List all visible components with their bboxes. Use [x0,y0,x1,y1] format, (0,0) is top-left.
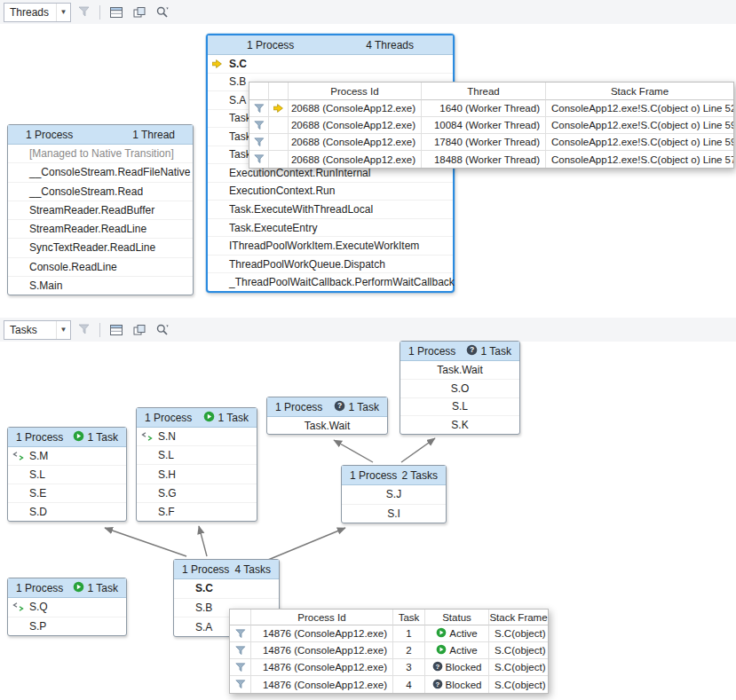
stack-frame[interactable]: S.J [342,485,446,505]
process-id-cell[interactable]: 14876 (ConsoleApp12.exe) [251,676,393,693]
stack-frame-cell[interactable]: ConsoleApp12.exe!S.C(object o) Line 57 [546,151,733,168]
thread-cell[interactable]: 10084 (Worker Thread) [422,117,546,134]
task-id-cell[interactable]: 4 [393,676,425,693]
svg-text:?: ? [435,680,439,688]
flag-icon[interactable] [249,134,269,151]
status-cell[interactable]: Active [425,642,489,659]
stack-frame[interactable]: S.I [342,505,446,523]
stack-frame[interactable]: S.Main [8,277,193,295]
stack-frame[interactable]: ThreadPoolWorkQueue.Dispatch [208,256,453,274]
stack-frame[interactable]: S.H [137,465,257,484]
task-stack-box-running-center[interactable]: 1 Process 1 Task S.N S.L S.H S.G S.F [136,407,257,522]
stack-frame[interactable]: Task.ExecuteWithThreadLocal [208,201,453,219]
show-only-flagged-icon[interactable] [74,320,94,340]
flag-icon[interactable] [249,151,269,168]
flag-icon[interactable] [249,117,269,134]
auto-scroll-icon[interactable] [129,320,149,340]
task-stack-box-two-tasks[interactable]: 1 Process 2 Tasks S.J S.I [341,465,447,523]
stack-frame[interactable]: StreamReader.ReadLine [8,220,193,239]
stack-frame-cell[interactable]: ConsoleApp12.exe!S.C(object o) Line 59 [546,134,733,151]
stack-frame[interactable]: Task.ExecuteEntry [208,219,453,238]
svg-text:?: ? [435,663,439,671]
task-count-label: 1 Task [88,582,118,594]
stack-frame-cell[interactable]: ConsoleApp12.exe!S.C(object o) Line 59 [546,117,733,134]
stack-frame[interactable]: Task.Wait [267,417,387,434]
thread-cell[interactable]: 17840 (Worker Thread) [422,134,546,151]
thread-cell[interactable]: 1640 (Worker Thread) [422,100,546,117]
tasks-tooltip-table: Process Id Task Status Stack Frame 14876… [229,609,549,694]
stack-frame-cell[interactable]: S.C(object) [489,659,548,676]
stack-frame[interactable]: S.L [400,398,519,417]
task-stack-box-running-left[interactable]: 1 Process 1 Task S.M S.L S.E S.D [7,427,127,522]
flag-icon[interactable] [230,676,251,693]
process-id-cell[interactable]: 14876 (ConsoleApp12.exe) [251,625,393,642]
stack-frame-cell[interactable]: S.C(object) [489,676,548,693]
stack-frame[interactable]: S.N [137,428,257,446]
toggle-zoom-icon[interactable] [152,320,172,340]
stack-frame[interactable]: [Managed to Native Transition] [8,145,193,163]
task-stack-box-blocked-mid[interactable]: 1 Process ? 1 Task Task.Wait [266,397,388,435]
flag-icon[interactable] [230,625,251,642]
stack-frame-label: S.E [29,487,46,499]
stack-frame[interactable]: S.P [8,617,126,636]
stack-frame[interactable]: _ThreadPoolWaitCallback.PerformWaitCallb… [208,273,453,291]
task-id-cell[interactable]: 3 [393,659,425,676]
stack-frame[interactable]: SyncTextReader.ReadLine [8,239,193,257]
stack-frame[interactable]: S.C [174,579,279,599]
process-id-cell[interactable]: 14876 (ConsoleApp12.exe) [251,659,393,676]
toggle-method-view-icon[interactable] [106,3,126,22]
stack-frame[interactable]: S.C [208,55,453,74]
task-count-label: 2 Tasks [402,469,438,482]
toggle-zoom-icon[interactable] [152,3,172,22]
stack-frame-label: S.A [195,621,212,633]
tasks-view-selector[interactable]: Tasks ▼ [4,320,71,340]
status-cell[interactable]: ? Blocked [425,676,489,693]
process-id-cell[interactable]: 20688 (ConsoleApp12.exe) [289,100,422,117]
flag-icon[interactable] [249,100,269,117]
stack-frame[interactable]: S.E [8,484,126,503]
toggle-method-view-icon[interactable] [106,320,126,340]
stack-frame[interactable]: ExecutionContext.Run [208,183,453,201]
task-stack-box-running-bottom-left[interactable]: 1 Process 1 Task S.Q S.P [7,578,127,636]
auto-scroll-icon[interactable] [129,3,149,22]
stack-frame[interactable]: S.G [137,484,257,503]
stack-frame[interactable]: Task.Wait [400,361,519,380]
stack-frame[interactable]: __ConsoleStream.Read [8,183,193,201]
flag-icon[interactable] [230,659,251,676]
stack-frame[interactable]: StreamReader.ReadBuffer [8,201,193,220]
show-only-flagged-icon[interactable] [74,3,94,22]
stack-frame[interactable]: S.O [400,380,519,398]
thread-cell[interactable]: 18488 (Worker Thread) [422,151,546,168]
task-id-cell[interactable]: 2 [393,642,425,659]
status-cell[interactable]: ? Blocked [425,659,489,676]
stack-frame-cell[interactable]: ConsoleApp12.exe!S.C(object o) Line 52 [546,100,733,117]
stack-frame[interactable]: S.D [8,503,126,521]
stack-frame[interactable]: Console.ReadLine [8,258,193,277]
threads-view-selector[interactable]: Threads ▼ [4,3,71,22]
stack-frame[interactable]: S.L [8,466,126,484]
tasks-toolbar: Tasks ▼ [0,318,736,342]
stack-frame[interactable]: __ConsoleStream.ReadFileNative [8,163,193,182]
task-id-cell[interactable]: 1 [393,625,425,642]
process-id-cell[interactable]: 20688 (ConsoleApp12.exe) [289,151,422,168]
status-cell[interactable]: Active [425,625,489,642]
stack-frame[interactable]: IThreadPoolWorkItem.ExecuteWorkItem [208,237,453,256]
task-stack-box-blocked-right[interactable]: 1 Process ? 1 Task Task.Wait S.O S.L S.K [400,341,520,435]
stack-frame[interactable]: S.L [137,446,257,465]
stack-frame-label: StreamReader.ReadLine [29,223,146,235]
thread-stack-box-main[interactable]: 1 Process 1 Thread [Managed to Native Tr… [7,124,194,295]
stack-frame[interactable]: S.F [137,503,257,521]
stack-frame-label: S.C [229,58,247,70]
thread-count-label: 4 Threads [366,39,414,51]
stack-frame-cell[interactable]: S.C(object) [489,625,548,642]
parallel-stacks-window: Threads ▼ 1 Process 1 Thread [Managed to… [0,0,736,700]
process-id-cell[interactable]: 20688 (ConsoleApp12.exe) [289,117,422,134]
task-status-blocked-icon: ? [466,344,478,358]
stack-frame[interactable]: S.K [400,416,519,434]
stack-frame[interactable]: S.M [8,447,126,466]
process-id-cell[interactable]: 14876 (ConsoleApp12.exe) [251,642,393,659]
stack-frame[interactable]: S.Q [8,598,126,617]
flag-icon[interactable] [230,642,251,659]
process-id-cell[interactable]: 20688 (ConsoleApp12.exe) [289,134,422,151]
stack-frame-cell[interactable]: S.C(object) [489,642,548,659]
